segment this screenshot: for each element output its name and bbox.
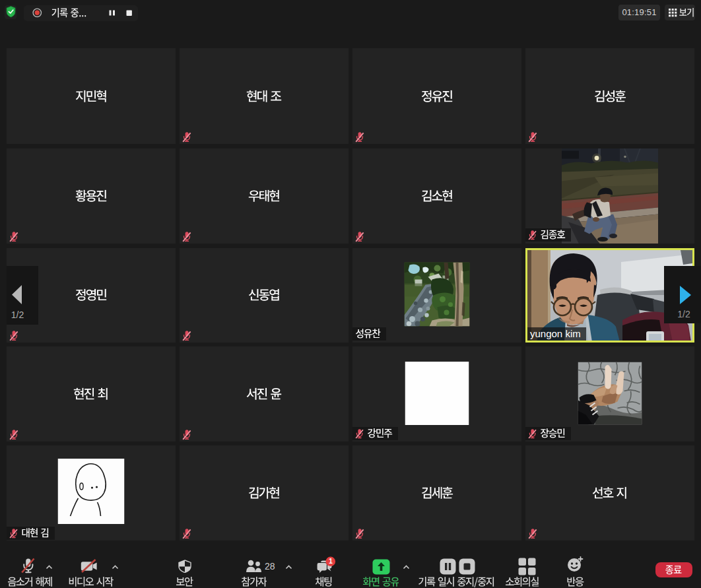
svg-text:1: 1: [329, 557, 333, 565]
